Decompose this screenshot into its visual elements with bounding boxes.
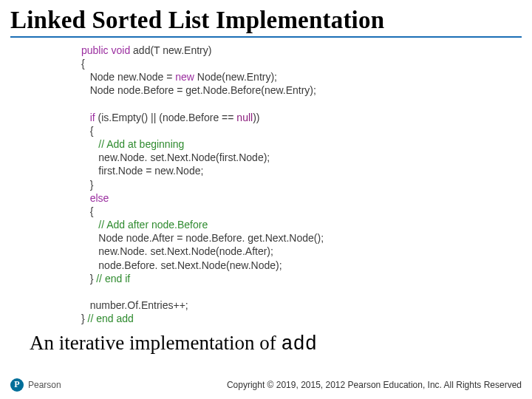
caption-code: add — [281, 333, 317, 355]
brand: Pearson — [10, 378, 61, 392]
kw-void: void — [111, 44, 130, 56]
kw-null: null — [236, 112, 253, 123]
kw-else: else — [81, 192, 109, 204]
copyright: Copyright © 2019, 2015, 2012 Pearson Edu… — [227, 380, 522, 390]
comment-endif: // end if — [96, 273, 130, 284]
kw-public: public — [81, 44, 109, 56]
kw-new: new — [175, 71, 194, 83]
caption: An iterative implementation of add — [0, 326, 532, 355]
page-title: Linked Sorted List Implementation — [0, 0, 532, 33]
comment-after: // Add after node.Before — [81, 219, 208, 231]
caption-text: An iterative implementation of — [30, 332, 281, 354]
pearson-logo-icon — [10, 378, 24, 392]
code-block: public void add(T new.Entry) { Node new.… — [0, 38, 532, 326]
footer: Pearson Copyright © 2019, 2015, 2012 Pea… — [10, 378, 522, 392]
comment-begin: // Add at beginning — [81, 138, 184, 150]
slide: Linked Sorted List Implementation public… — [0, 0, 532, 399]
kw-if: if — [90, 112, 95, 123]
brand-text: Pearson — [28, 380, 61, 390]
comment-endadd: // end add — [88, 313, 134, 324]
